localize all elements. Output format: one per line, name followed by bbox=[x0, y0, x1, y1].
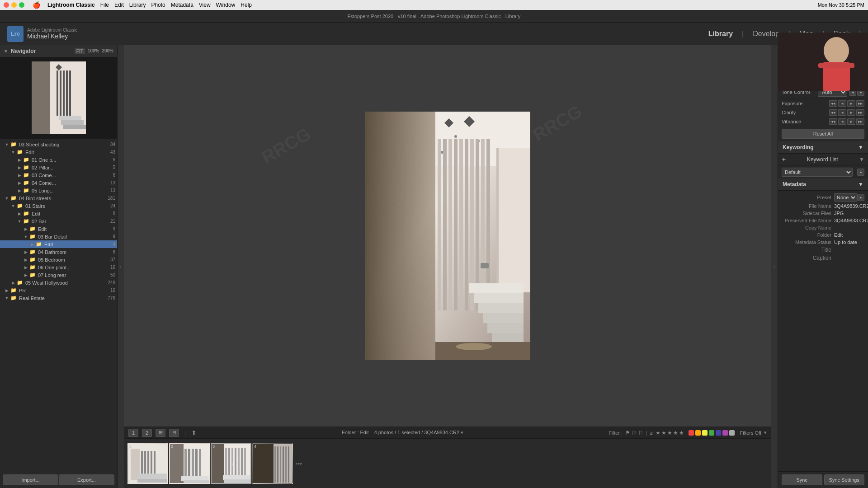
menubar-photo[interactable]: Photo bbox=[151, 2, 165, 8]
apple-menu[interactable]: 🍎 bbox=[33, 1, 40, 9]
tree-item-02-bar[interactable]: ▼ 📁 02 Bar 21 bbox=[0, 217, 117, 225]
tree-item-01-stairs[interactable]: ▼ 📁 01 Stairs 24 bbox=[0, 202, 117, 210]
clarity-btn-3[interactable]: ▸ bbox=[847, 109, 855, 116]
export-button[interactable]: Export... bbox=[59, 474, 114, 485]
view-btn-survey[interactable]: ⊟ bbox=[169, 429, 179, 437]
color-red[interactable] bbox=[689, 430, 694, 436]
maximize-button[interactable] bbox=[19, 2, 24, 8]
fit-label[interactable]: FIT bbox=[75, 48, 85, 54]
menubar-edit[interactable]: Edit bbox=[114, 2, 124, 8]
keyword-select[interactable]: Default bbox=[782, 168, 853, 177]
left-panel-collapse[interactable]: ‹ bbox=[118, 45, 124, 488]
tree-item-pr[interactable]: ▶ 📁 PR 16 bbox=[0, 286, 117, 294]
tree-item-real-estate[interactable]: ▼ 📁 Real Estate 776 bbox=[0, 294, 117, 302]
star-filter-group[interactable]: ★ ★ ★ ★ ★ bbox=[656, 430, 684, 436]
vibrance-btn-4[interactable]: ▸▸ bbox=[856, 118, 864, 125]
star-3[interactable]: ★ bbox=[667, 430, 672, 436]
minimize-button[interactable] bbox=[11, 2, 17, 8]
clarity-btn-4[interactable]: ▸▸ bbox=[856, 109, 864, 116]
menubar-help[interactable]: Help bbox=[241, 2, 252, 8]
color-orange[interactable] bbox=[695, 430, 701, 436]
keywording-header[interactable]: Keywording ▼ bbox=[778, 141, 868, 154]
menubar-view[interactable]: View bbox=[199, 2, 211, 8]
zoom-100[interactable]: 100% bbox=[88, 48, 99, 54]
exposure-btn-4[interactable]: ▸▸ bbox=[856, 100, 864, 107]
tree-item-edit-bar-detail-selected[interactable]: ▶ 📁 Edit 4 bbox=[0, 240, 117, 248]
metadata-status-label: Metadata Status bbox=[782, 239, 831, 245]
color-purple[interactable] bbox=[722, 430, 728, 436]
tree-item-02-pillar[interactable]: ▶ 📁 02 Pillar... 5 bbox=[0, 164, 117, 171]
vibrance-btn-1[interactable]: ◂◂ bbox=[829, 118, 837, 125]
filters-off-label[interactable]: Filters Off bbox=[740, 430, 761, 436]
view-btn-1[interactable]: 1 bbox=[128, 429, 138, 437]
reset-all-button[interactable]: Reset All bbox=[782, 129, 864, 139]
tree-item-edit-street[interactable]: ▼ 📁 Edit 43 bbox=[0, 148, 117, 156]
tree-item-street-shooting[interactable]: ▼ 📁 03 Street shooting 84 bbox=[0, 141, 117, 148]
menubar-window[interactable]: Window bbox=[216, 2, 236, 8]
star-2[interactable]: ★ bbox=[661, 430, 666, 436]
menubar-library[interactable]: Library bbox=[129, 2, 146, 8]
vibrance-btn-3[interactable]: ▸ bbox=[847, 118, 855, 125]
thumb-4-container[interactable]: 4 bbox=[252, 443, 293, 484]
tree-item-05-bedroom[interactable]: ▶ 📁 05 Bedroom 37 bbox=[0, 256, 117, 263]
lrc-logo: Lrc Adobe Lightroom Classic Michael Kell… bbox=[7, 26, 77, 42]
tree-item-05-long[interactable]: ▶ 📁 05 Long... 13 bbox=[0, 187, 117, 194]
preset-select[interactable]: None bbox=[834, 193, 857, 202]
keyword-list-collapse[interactable]: ▼ bbox=[859, 156, 864, 163]
color-yellow[interactable] bbox=[702, 430, 708, 436]
tree-item-07-long-rear[interactable]: ▶ 📁 07 Long rear 50 bbox=[0, 271, 117, 279]
import-button[interactable]: Import... bbox=[3, 474, 58, 485]
thumb-2[interactable] bbox=[169, 443, 210, 484]
view-btn-2[interactable]: 2 bbox=[142, 429, 152, 437]
menubar-file[interactable]: File bbox=[100, 2, 109, 8]
dropdown-arrow[interactable]: ▾ bbox=[461, 430, 463, 435]
exposure-btn-3[interactable]: ▸ bbox=[847, 100, 855, 107]
keywording-collapse[interactable]: ▼ bbox=[858, 144, 863, 150]
star-5[interactable]: ★ bbox=[679, 430, 684, 436]
tree-item-bird-streets[interactable]: ▼ 📁 04 Bird streets 181 bbox=[0, 194, 117, 202]
tree-item-06-one-point[interactable]: ▶ 📁 06 One point... 16 bbox=[0, 263, 117, 271]
zoom-200[interactable]: 200% bbox=[102, 48, 113, 54]
view-btn-grid[interactable]: ⊞ bbox=[156, 429, 165, 437]
sync-button[interactable]: Sync bbox=[782, 474, 822, 485]
tree-item-03-come[interactable]: ▶ 📁 03 Come... 6 bbox=[0, 171, 117, 179]
metadata-header[interactable]: Metadata ▼ bbox=[778, 178, 868, 191]
exposure-btn-1[interactable]: ◂◂ bbox=[829, 100, 837, 107]
tree-item-edit-bar[interactable]: ▶ 📁 Edit 9 bbox=[0, 225, 117, 233]
svg-rect-80 bbox=[283, 446, 284, 483]
tree-item-04-come[interactable]: ▶ 📁 04 Come... 13 bbox=[0, 179, 117, 187]
right-panel-collapse[interactable]: › bbox=[771, 45, 778, 488]
star-1[interactable]: ★ bbox=[656, 430, 660, 436]
tree-item-01-one[interactable]: ▶ 📁 01 One p... 6 bbox=[0, 156, 117, 164]
preset-arrow[interactable]: ▸ bbox=[857, 194, 864, 201]
tree-item-edit-stairs[interactable]: ▶ 📁 Edit 8 bbox=[0, 210, 117, 217]
navigator-header[interactable]: ▼ Navigator FIT 100% 200% bbox=[0, 45, 117, 57]
color-blue[interactable] bbox=[716, 430, 721, 436]
thumb-2-container[interactable]: 2 bbox=[169, 443, 210, 484]
add-keyword-btn[interactable]: + bbox=[782, 155, 786, 164]
sync-settings-button[interactable]: Sync Settings bbox=[824, 474, 865, 485]
thumb-1-container[interactable]: 1 bbox=[127, 443, 168, 484]
tree-item-05-west[interactable]: ▶ 📁 05 West Hollywood 248 bbox=[0, 279, 117, 286]
menubar-metadata[interactable]: Metadata bbox=[171, 2, 193, 8]
nav-library[interactable]: Library bbox=[705, 28, 736, 40]
close-button[interactable] bbox=[4, 2, 9, 8]
clarity-btn-1[interactable]: ◂◂ bbox=[829, 109, 837, 116]
tree-item-03-bar-detail[interactable]: ▼ 📁 03 Bar Detail 9 bbox=[0, 233, 117, 240]
keyword-arrow[interactable]: ▸ bbox=[857, 169, 864, 176]
up-button[interactable]: ⬆ bbox=[191, 429, 197, 436]
thumb-3-container[interactable]: 3 bbox=[211, 443, 251, 484]
metadata-collapse[interactable]: ▼ bbox=[858, 181, 863, 188]
menubar-app-name[interactable]: Lightroom Classic bbox=[47, 2, 95, 8]
filter-dropdown-btn[interactable]: ▾ bbox=[764, 430, 767, 436]
thumb-1[interactable] bbox=[127, 443, 168, 484]
star-4[interactable]: ★ bbox=[673, 430, 678, 436]
clarity-btn-2[interactable]: ◂ bbox=[838, 109, 846, 116]
tree-item-04-bathroom[interactable]: ▶ 📁 04 Bathroom 8 bbox=[0, 248, 117, 256]
vibrance-btn-2[interactable]: ◂ bbox=[838, 118, 846, 125]
color-green[interactable] bbox=[709, 430, 714, 436]
exposure-btn-2[interactable]: ◂ bbox=[838, 100, 846, 107]
thumb-3[interactable] bbox=[211, 443, 251, 484]
thumb-4[interactable] bbox=[252, 443, 293, 484]
color-gray[interactable] bbox=[729, 430, 735, 436]
